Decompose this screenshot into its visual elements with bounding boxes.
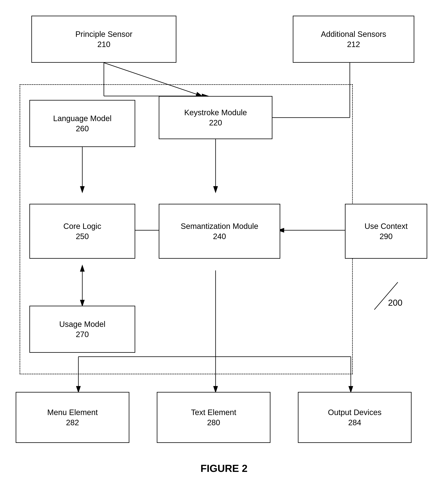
additional-sensors-number: 212 <box>347 39 360 49</box>
menu-element-number: 282 <box>66 417 79 428</box>
core-logic-label: Core Logic <box>63 221 101 231</box>
usage-model-box: Usage Model 270 <box>29 306 135 353</box>
use-context-label: Use Context <box>365 221 408 231</box>
language-model-number: 260 <box>76 123 89 134</box>
usage-model-number: 270 <box>76 329 89 339</box>
output-devices-label: Output Devices <box>328 407 381 417</box>
reference-line-200 <box>367 280 406 311</box>
use-context-number: 290 <box>380 231 393 241</box>
additional-sensors-box: Additional Sensors 212 <box>293 16 414 63</box>
principle-sensor-label: Principle Sensor <box>75 29 132 39</box>
core-logic-box: Core Logic 250 <box>29 204 135 259</box>
output-devices-box: Output Devices 284 <box>298 392 412 443</box>
text-element-box: Text Element 280 <box>157 392 271 443</box>
usage-model-label: Usage Model <box>59 319 105 329</box>
principle-sensor-box: Principle Sensor 210 <box>31 16 176 63</box>
text-element-label: Text Element <box>191 407 236 417</box>
principle-sensor-number: 210 <box>97 39 111 49</box>
additional-sensors-label: Additional Sensors <box>321 29 386 39</box>
core-logic-number: 250 <box>76 231 89 241</box>
language-model-label: Language Model <box>53 113 112 123</box>
keystroke-module-number: 220 <box>209 118 222 128</box>
svg-line-21 <box>374 282 398 310</box>
use-context-box: Use Context 290 <box>345 204 427 259</box>
figure-label: FIGURE 2 <box>0 462 448 474</box>
text-element-number: 280 <box>207 417 220 428</box>
semantization-module-number: 240 <box>213 231 226 241</box>
semantization-module-label: Semantization Module <box>181 221 258 231</box>
output-devices-number: 284 <box>348 417 361 428</box>
semantization-module-box: Semantization Module 240 <box>159 204 280 259</box>
keystroke-module-box: Keystroke Module 220 <box>159 96 272 139</box>
menu-element-box: Menu Element 282 <box>16 392 129 443</box>
language-model-box: Language Model 260 <box>29 100 135 147</box>
menu-element-label: Menu Element <box>47 407 98 417</box>
diagram: Principle Sensor 210 Additional Sensors … <box>0 0 448 486</box>
keystroke-module-label: Keystroke Module <box>184 107 247 118</box>
